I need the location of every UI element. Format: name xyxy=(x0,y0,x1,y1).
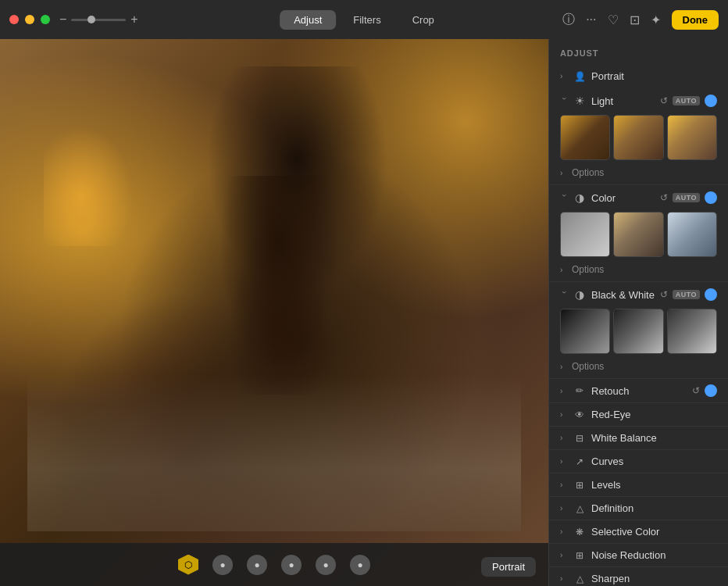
light-label: Light xyxy=(591,95,655,107)
bw-label: Black & White xyxy=(591,289,655,301)
bw-reset-icon[interactable]: ↺ xyxy=(660,289,668,300)
section-redeye[interactable]: › 👁 Red-Eye xyxy=(549,402,728,426)
hex-icon[interactable]: ⬡ xyxy=(178,555,198,575)
crop-icon[interactable]: ⊡ xyxy=(630,13,640,27)
maximize-button[interactable] xyxy=(41,15,50,24)
more-icon[interactable]: ··· xyxy=(586,13,596,27)
curves-icon: ↗ xyxy=(573,456,587,467)
portrait-icon: 👤 xyxy=(573,71,587,82)
chevron-retouch: › xyxy=(560,387,568,395)
zoom-slider-area: − + xyxy=(59,13,138,27)
titlebar-right: ⓘ ··· ♡ ⊡ ✦ Done xyxy=(562,10,719,30)
color-preset-strip xyxy=(549,210,728,262)
light-preset-2[interactable] xyxy=(667,115,717,160)
bw-preset-1[interactable] xyxy=(613,309,663,354)
photo-subject xyxy=(44,66,505,531)
definition-icon: △ xyxy=(573,503,587,514)
bw-preset-strip xyxy=(549,307,728,359)
section-definition[interactable]: › △ Definition xyxy=(549,496,728,520)
chevron-levels: › xyxy=(560,481,568,489)
bottom-toolbar: ⬡ ● ● ● ● ● Portrait xyxy=(0,543,548,586)
color-options-label: Options xyxy=(572,264,604,275)
chevron-noise: › xyxy=(560,551,568,559)
wb-icon: ⊟ xyxy=(573,433,587,444)
chevron-definition: › xyxy=(560,504,568,513)
retouch-toggle[interactable] xyxy=(705,384,717,397)
light-reset-icon[interactable]: ↺ xyxy=(660,95,668,106)
zoom-out-icon[interactable]: − xyxy=(59,13,66,27)
bw-options-row[interactable]: › Options xyxy=(549,359,728,378)
zoom-track[interactable] xyxy=(71,19,126,21)
circle-tool-1[interactable]: ● xyxy=(212,555,233,575)
light-preset-0[interactable] xyxy=(560,115,610,160)
selective-icon: ❋ xyxy=(573,527,587,538)
color-label: Color xyxy=(591,192,655,204)
tab-adjust[interactable]: Adjust xyxy=(280,10,336,30)
color-preset-2[interactable] xyxy=(667,212,717,257)
section-selective-color[interactable]: › ❋ Selective Color xyxy=(549,520,728,543)
color-toggle[interactable] xyxy=(705,191,717,204)
chevron-color: › xyxy=(560,194,569,202)
portrait-label: Portrait xyxy=(591,70,717,82)
heart-icon[interactable]: ♡ xyxy=(608,13,619,27)
bw-auto-badge[interactable]: AUTO xyxy=(673,290,700,299)
section-levels[interactable]: › ⊞ Levels xyxy=(549,473,728,496)
tab-filters[interactable]: Filters xyxy=(339,10,394,30)
color-reset-icon[interactable]: ↺ xyxy=(660,192,668,203)
bw-preset-0[interactable] xyxy=(560,309,610,354)
bw-preset-2[interactable] xyxy=(667,309,717,354)
light-auto-badge[interactable]: AUTO xyxy=(673,96,700,105)
section-portrait[interactable]: › 👤 Portrait xyxy=(549,64,728,88)
retouch-reset-icon[interactable]: ↺ xyxy=(692,385,700,396)
section-color[interactable]: › ◑ Color ↺ AUTO xyxy=(549,184,728,210)
wb-label: White Balance xyxy=(591,432,717,444)
portrait-button[interactable]: Portrait xyxy=(481,557,536,577)
zoom-thumb[interactable] xyxy=(87,16,95,23)
color-preset-0[interactable] xyxy=(560,212,610,257)
magic-icon[interactable]: ✦ xyxy=(651,13,661,27)
bw-toggle[interactable] xyxy=(705,288,717,301)
color-options-chevron: › xyxy=(560,266,568,274)
curves-label: Curves xyxy=(591,456,717,467)
bw-icon: ◑ xyxy=(573,288,587,301)
info-icon[interactable]: ⓘ xyxy=(562,12,575,28)
section-sharpen[interactable]: › △ Sharpen xyxy=(549,566,728,586)
section-noise[interactable]: › ⊞ Noise Reduction xyxy=(549,543,728,566)
light-icon: ☀ xyxy=(573,95,587,107)
chevron-curves: › xyxy=(560,457,568,466)
noise-label: Noise Reduction xyxy=(591,549,717,561)
color-auto-badge[interactable]: AUTO xyxy=(673,193,700,202)
section-retouch[interactable]: › ✏ Retouch ↺ xyxy=(549,378,728,402)
circle-tool-5[interactable]: ● xyxy=(350,555,370,575)
light-preset-1[interactable] xyxy=(613,115,663,160)
minimize-button[interactable] xyxy=(25,15,34,24)
light-options-chevron: › xyxy=(560,169,568,177)
section-curves[interactable]: › ↗ Curves xyxy=(549,449,728,473)
tab-crop[interactable]: Crop xyxy=(398,10,448,30)
section-light[interactable]: › ☀ Light ↺ AUTO xyxy=(549,88,728,113)
noise-icon: ⊞ xyxy=(573,550,587,561)
close-button[interactable] xyxy=(9,15,19,24)
color-preset-1[interactable] xyxy=(613,212,663,257)
circle-tool-3[interactable]: ● xyxy=(281,555,302,575)
nav-tabs: Adjust Filters Crop xyxy=(280,10,448,30)
light-toggle[interactable] xyxy=(705,95,717,107)
section-bw[interactable]: › ◑ Black & White ↺ AUTO xyxy=(549,281,728,307)
color-options-row[interactable]: › Options xyxy=(549,262,728,281)
circle-tool-2[interactable]: ● xyxy=(247,555,267,575)
circle-tool-4[interactable]: ● xyxy=(316,555,336,575)
sharpen-label: Sharpen xyxy=(591,573,717,584)
light-options-label: Options xyxy=(572,167,604,178)
titlebar: − + Adjust Filters Crop ⓘ ··· ♡ ⊡ ✦ Done xyxy=(0,0,728,39)
chevron-wb: › xyxy=(560,434,568,442)
redeye-label: Red-Eye xyxy=(591,409,717,420)
zoom-in-icon[interactable]: + xyxy=(130,13,137,27)
levels-icon: ⊞ xyxy=(573,480,587,491)
section-white-balance[interactable]: › ⊟ White Balance xyxy=(549,426,728,449)
sharpen-icon: △ xyxy=(573,573,587,584)
done-button[interactable]: Done xyxy=(672,10,719,30)
levels-label: Levels xyxy=(591,479,717,491)
light-options-row[interactable]: › Options xyxy=(549,165,728,184)
traffic-lights xyxy=(9,15,50,24)
panel-title: ADJUST xyxy=(549,39,728,64)
